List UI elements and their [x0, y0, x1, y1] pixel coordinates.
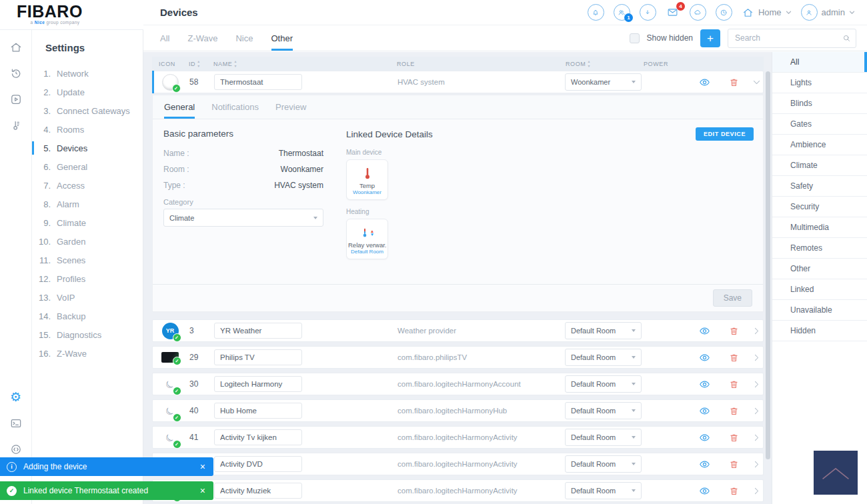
settings-nav-item[interactable]: 6. General — [32, 157, 143, 176]
device-tab[interactable]: All — [160, 25, 169, 51]
expand-chevron-icon[interactable] — [748, 327, 764, 335]
col-name[interactable]: NAME▴▾ — [211, 60, 371, 67]
room-select[interactable]: Default Room — [565, 375, 642, 393]
settings-nav-item[interactable]: 5. Devices — [32, 139, 143, 157]
visibility-eye-icon[interactable] — [690, 352, 719, 363]
linked-device-room-link[interactable]: Woonkamer — [348, 189, 386, 195]
device-row[interactable]: com.fibaro.logitechHarmonyActivity Defau… — [152, 453, 764, 475]
scrollbar-thumb[interactable] — [766, 71, 770, 459]
device-row[interactable]: 30 com.fibaro.logitechHarmonyAccount Def… — [152, 373, 764, 395]
settings-nav-item[interactable]: 10. Garden — [32, 232, 143, 251]
settings-nav-item[interactable]: 16. Z-Wave — [32, 344, 143, 363]
room-select[interactable]: Default Room — [565, 402, 642, 419]
category-item[interactable]: Multimedia — [772, 217, 867, 238]
delete-trash-icon[interactable] — [719, 325, 748, 337]
expand-chevron-icon[interactable] — [748, 434, 764, 441]
visibility-eye-icon[interactable] — [690, 485, 719, 497]
room-select[interactable]: Default Room — [565, 429, 642, 446]
device-row[interactable]: com.fibaro.logitechHarmonyActivity Defau… — [152, 479, 764, 502]
detail-tab[interactable]: Notifications — [211, 95, 259, 119]
users-icon[interactable]: 1 — [614, 4, 630, 21]
home-selector[interactable]: Home — [742, 7, 792, 19]
delete-trash-icon[interactable] — [719, 459, 748, 470]
settings-nav-item[interactable]: 4. Rooms — [32, 120, 143, 139]
visibility-eye-icon[interactable] — [690, 379, 719, 390]
device-name-input[interactable] — [214, 74, 302, 90]
category-item[interactable]: Ambience — [772, 135, 867, 155]
device-name-input[interactable] — [214, 323, 302, 339]
category-item[interactable]: Blinds — [772, 93, 867, 114]
device-name-input[interactable] — [214, 483, 302, 499]
add-device-button[interactable]: + — [700, 29, 720, 47]
visibility-eye-icon[interactable] — [690, 405, 719, 417]
expand-chevron-icon[interactable] — [748, 407, 764, 415]
scenes-icon[interactable] — [9, 93, 23, 106]
delete-trash-icon[interactable] — [719, 405, 748, 417]
api-icon[interactable] — [9, 443, 23, 456]
visibility-eye-icon[interactable] — [690, 77, 719, 88]
show-hidden-checkbox[interactable] — [630, 33, 640, 43]
visibility-eye-icon[interactable] — [690, 325, 719, 337]
clock-icon[interactable] — [716, 4, 732, 21]
category-item[interactable]: Safety — [772, 176, 867, 197]
detail-tab[interactable]: General — [164, 95, 195, 119]
edit-device-button[interactable]: EDIT DEVICE — [696, 127, 754, 141]
device-name-input[interactable] — [214, 349, 302, 365]
col-room[interactable]: ROOM▴▾ — [564, 60, 642, 67]
room-select[interactable]: Default Room — [565, 482, 642, 499]
linked-device-room-link[interactable]: Default Room — [348, 249, 386, 255]
device-row-expanded[interactable]: 58 HVAC system Woonkamer — [152, 71, 764, 93]
category-item[interactable]: Lights — [772, 73, 867, 93]
delete-trash-icon[interactable] — [719, 352, 748, 363]
alarm-bell-icon[interactable] — [588, 4, 604, 21]
save-button[interactable]: Save — [713, 289, 752, 307]
device-row[interactable]: 41 com.fibaro.logitechHarmonyActivity De… — [152, 426, 764, 449]
settings-nav-item[interactable]: 13. VoIP — [32, 288, 143, 307]
room-select[interactable]: Default Room — [565, 455, 642, 473]
device-tab[interactable]: Nice — [235, 25, 253, 51]
expand-chevron-icon[interactable] — [748, 381, 764, 388]
scroll-to-top-button[interactable] — [814, 451, 858, 495]
category-item[interactable]: Other — [772, 259, 867, 279]
visibility-eye-icon[interactable] — [690, 459, 719, 470]
device-name-input[interactable] — [214, 429, 302, 445]
category-item[interactable]: Hidden — [772, 321, 867, 341]
collapse-chevron-icon[interactable] — [748, 79, 764, 86]
category-select[interactable]: Climate — [163, 209, 323, 227]
delete-trash-icon[interactable] — [719, 485, 748, 497]
category-item[interactable]: Security — [772, 197, 867, 217]
device-tab[interactable]: Z-Wave — [187, 25, 217, 51]
main-device-card[interactable]: Temp Woonkamer — [346, 159, 388, 200]
device-row[interactable]: 29 com.fibaro.philipsTV Default Room — [152, 346, 764, 369]
close-icon[interactable]: × — [200, 462, 205, 471]
device-tab[interactable]: Other — [271, 25, 293, 51]
console-icon[interactable] — [9, 417, 23, 430]
detail-tab[interactable]: Preview — [275, 95, 306, 119]
heating-device-card[interactable]: ▲▼ Relay verwar... Default Room — [346, 219, 388, 259]
settings-nav-item[interactable]: 8. Alarm — [32, 195, 143, 213]
category-item[interactable]: Unavailable — [772, 300, 867, 321]
settings-nav-item[interactable]: 14. Backup — [32, 307, 143, 325]
category-item[interactable]: Linked — [772, 279, 867, 300]
device-row[interactable]: 40 com.fibaro.logitechHarmonyHub Default… — [152, 399, 764, 422]
device-row[interactable]: YR 3 Weather provider Default Room — [152, 319, 764, 342]
settings-gear-icon[interactable]: ⚙ — [9, 391, 23, 404]
history-icon[interactable] — [9, 67, 23, 80]
mail-icon[interactable]: 4 — [666, 6, 680, 19]
expand-chevron-icon[interactable] — [748, 354, 764, 361]
delete-trash-icon[interactable] — [719, 432, 748, 443]
delete-trash-icon[interactable] — [719, 77, 748, 88]
settings-nav-item[interactable]: 12. Profiles — [32, 269, 143, 288]
cloud-icon[interactable] — [690, 4, 706, 21]
settings-nav-item[interactable]: 9. Climate — [32, 213, 143, 232]
user-menu[interactable]: admin — [801, 4, 855, 21]
climate-icon[interactable] — [9, 119, 23, 132]
device-name-input[interactable] — [214, 403, 302, 419]
device-name-input[interactable] — [214, 376, 302, 392]
col-id[interactable]: ID▴▾ — [187, 60, 211, 67]
delete-trash-icon[interactable] — [719, 379, 748, 390]
settings-nav-item[interactable]: 1. Network — [32, 64, 143, 83]
device-name-input[interactable] — [214, 456, 302, 472]
category-item[interactable]: Gates — [772, 114, 867, 135]
category-item[interactable]: All — [772, 52, 867, 73]
